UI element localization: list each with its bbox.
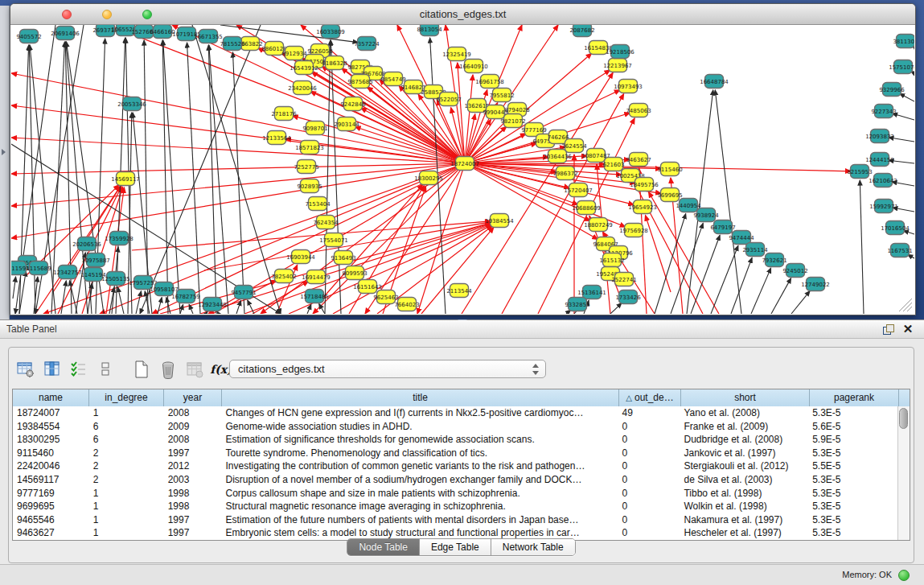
graph-node[interactable]: 7624354 bbox=[313, 216, 339, 229]
graph-node[interactable]: 6479197 bbox=[710, 220, 735, 234]
graph-node[interactable]: 8099593 bbox=[342, 266, 367, 280]
tab-network-table[interactable]: Network Table bbox=[491, 539, 575, 555]
graph-node[interactable]: 12213967 bbox=[603, 59, 632, 72]
graph-node[interactable]: 2522741 bbox=[611, 273, 636, 286]
graph-node[interactable]: 9875685 bbox=[347, 75, 372, 89]
graph-node[interactable]: 12325419 bbox=[442, 47, 471, 61]
graph-node[interactable]: 9242848 bbox=[340, 97, 365, 111]
graph-node[interactable]: 1167531 bbox=[887, 244, 912, 257]
graph-node[interactable]: 16033809 bbox=[316, 25, 345, 39]
graph-node[interactable]: 1615132 bbox=[599, 253, 624, 267]
graph-node[interactable]: 8215953 bbox=[847, 165, 872, 179]
scrollbar-thumb[interactable] bbox=[899, 408, 908, 429]
graph-node[interactable]: 7825402 bbox=[271, 270, 296, 283]
graph-node[interactable]: 9329966 bbox=[879, 83, 905, 97]
graph-node[interactable]: 8813054 bbox=[417, 25, 442, 36]
graph-node[interactable]: 2718176 bbox=[271, 107, 297, 121]
graph-node[interactable]: 9938924 bbox=[693, 208, 719, 222]
table-row[interactable]: 1872400712008Changes of HCN gene express… bbox=[13, 406, 897, 420]
table-settings-icon[interactable] bbox=[15, 359, 36, 380]
graph-node[interactable]: 19756928 bbox=[619, 224, 648, 237]
column-header-pagerank[interactable]: pagerank bbox=[810, 389, 899, 406]
graph-node[interactable]: 9136493 bbox=[331, 251, 355, 265]
graph-node[interactable]: 2087682 bbox=[569, 25, 594, 37]
graph-node[interactable]: 7932621 bbox=[762, 253, 786, 267]
graph-node[interactable]: 2113544 bbox=[446, 284, 472, 298]
graph-node[interactable]: 9115460 bbox=[657, 163, 682, 176]
table-row[interactable]: 946554611997Estimation of the future num… bbox=[13, 513, 897, 527]
graph-node[interactable]: 7357224 bbox=[354, 37, 380, 51]
column-header-out_de[interactable]: △out_de… bbox=[619, 389, 681, 406]
graph-node[interactable]: 12444158 bbox=[865, 153, 894, 167]
graph-node[interactable]: 16210643 bbox=[869, 174, 897, 187]
resize-grip[interactable] bbox=[899, 299, 912, 311]
graph-node[interactable]: 16640910 bbox=[459, 60, 488, 73]
graph-node[interactable]: 9028935 bbox=[297, 179, 322, 193]
graph-node[interactable]: 19654923 bbox=[628, 200, 657, 214]
graph-node[interactable]: 7955812 bbox=[489, 89, 514, 102]
graph-node[interactable]: 12749022 bbox=[801, 278, 830, 291]
graph-node[interactable]: 3811304 bbox=[893, 35, 914, 48]
memory-ok-indicator[interactable] bbox=[898, 570, 910, 581]
graph-node[interactable]: 1115689 bbox=[26, 262, 51, 275]
graph-node[interactable]: 16648784 bbox=[700, 75, 729, 89]
table-row[interactable]: 911546021997Tourette syndrome. Phenomeno… bbox=[13, 447, 897, 460]
table-row[interactable]: 2242004622012Investigating the contribut… bbox=[13, 459, 897, 473]
new-document-icon[interactable] bbox=[131, 359, 152, 380]
graph-node[interactable]: 17016504 bbox=[881, 221, 910, 235]
table-row[interactable]: 1830029562008Estimation of significance … bbox=[13, 433, 897, 447]
delete-icon[interactable] bbox=[158, 359, 179, 380]
rows-icon[interactable] bbox=[95, 359, 116, 380]
network-canvas[interactable]: 1872400779638228860128891293492260589827… bbox=[11, 25, 914, 314]
tab-node-table[interactable]: Node Table bbox=[347, 539, 420, 555]
graph-node[interactable]: 16961758 bbox=[475, 75, 504, 89]
column-header-year[interactable]: year bbox=[164, 389, 222, 406]
column-header-short[interactable]: short bbox=[681, 389, 810, 406]
float-window-icon[interactable] bbox=[883, 324, 893, 335]
graph-node[interactable]: 15992971 bbox=[869, 200, 898, 213]
graph-node[interactable]: 7664023 bbox=[394, 298, 419, 311]
highlight-column-icon[interactable] bbox=[42, 359, 63, 380]
graph-node[interactable]: 9405572 bbox=[16, 30, 41, 43]
tab-edge-table[interactable]: Edge Table bbox=[420, 539, 491, 555]
column-header-name[interactable]: name bbox=[13, 389, 89, 406]
column-header-in_degree[interactable]: in_degree bbox=[89, 389, 164, 406]
graph-node[interactable]: 15718485 bbox=[300, 290, 329, 303]
graph-node[interactable]: 7153404 bbox=[305, 197, 331, 211]
graph-node[interactable]: 6466160 bbox=[150, 25, 175, 39]
graph-node[interactable]: 1733426 bbox=[615, 290, 641, 304]
graph-node[interactable]: 7815526 bbox=[220, 37, 245, 51]
graph-node[interactable]: 20206536 bbox=[72, 237, 101, 251]
import-table-icon[interactable] bbox=[184, 359, 205, 380]
graph-node[interactable]: 15751074 bbox=[889, 60, 914, 74]
graph-node[interactable]: 9227343 bbox=[871, 105, 896, 118]
column-header-title[interactable]: title bbox=[222, 389, 619, 406]
graph-node[interactable]: 10688609 bbox=[572, 201, 601, 215]
graph-node[interactable]: 621603 bbox=[603, 158, 625, 171]
close-panel-icon[interactable]: ✕ bbox=[901, 322, 914, 336]
graph-node[interactable]: 7252775 bbox=[294, 160, 318, 174]
graph-node[interactable]: 2935114 bbox=[742, 243, 768, 257]
graph-node[interactable]: 7986372 bbox=[552, 167, 577, 180]
graph-node[interactable]: 9098701 bbox=[302, 122, 327, 135]
graph-node[interactable]: 9245012 bbox=[782, 264, 807, 278]
graph-node[interactable]: 9699695 bbox=[657, 188, 682, 202]
table-row[interactable]: 1456911722003Disruption of a novel membe… bbox=[13, 473, 897, 487]
table-row[interactable]: 1938455462009Genome-wide association stu… bbox=[13, 420, 897, 434]
graph-node[interactable]: 12133564 bbox=[262, 131, 291, 145]
vertical-scrollbar[interactable] bbox=[897, 406, 910, 540]
graph-node[interactable]: 6522057 bbox=[436, 93, 461, 106]
graph-node[interactable]: 2903144 bbox=[334, 117, 359, 131]
graph-node[interactable]: 10975887 bbox=[81, 253, 110, 267]
panel-expand-handle[interactable] bbox=[2, 149, 6, 155]
graph-node[interactable]: 7485063 bbox=[626, 104, 651, 117]
graph-node[interactable]: 9463627 bbox=[626, 153, 651, 167]
graph-node[interactable]: 14569117 bbox=[111, 172, 140, 186]
graph-node[interactable]: 9821072 bbox=[500, 114, 525, 128]
graph-node[interactable]: 8186328 bbox=[322, 56, 347, 70]
column-checklist-icon[interactable] bbox=[68, 359, 89, 380]
table-row[interactable]: 977716911998Corpus callosum shape and si… bbox=[13, 487, 897, 501]
graph-node[interactable]: 12342757 bbox=[53, 266, 82, 279]
graph-node[interactable]: 12093832 bbox=[865, 130, 894, 143]
graph-node[interactable]: 9332855 bbox=[565, 298, 589, 311]
